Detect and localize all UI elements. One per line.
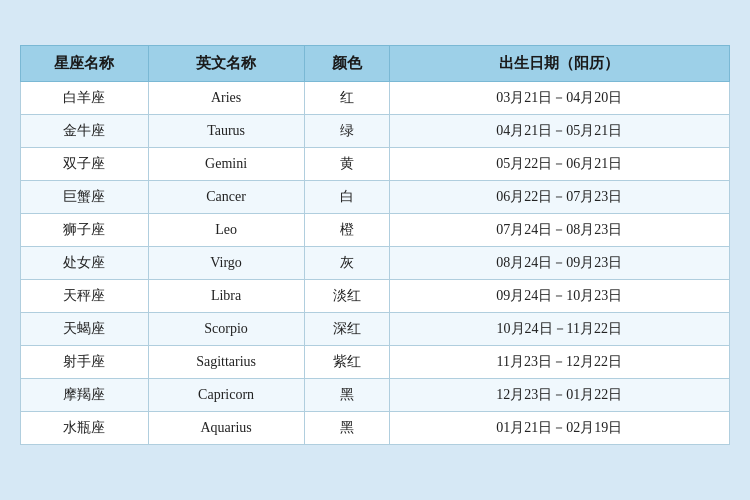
cell-english-name: Libra [148, 280, 304, 313]
cell-color: 黄 [304, 148, 389, 181]
table-row: 白羊座Aries红03月21日－04月20日 [21, 82, 730, 115]
cell-color: 紫红 [304, 346, 389, 379]
cell-date: 07月24日－08月23日 [389, 214, 729, 247]
cell-english-name: Aries [148, 82, 304, 115]
table-row: 天蝎座Scorpio深红10月24日－11月22日 [21, 313, 730, 346]
cell-chinese-name: 双子座 [21, 148, 149, 181]
cell-date: 09月24日－10月23日 [389, 280, 729, 313]
header-english-name: 英文名称 [148, 46, 304, 82]
cell-english-name: Virgo [148, 247, 304, 280]
cell-english-name: Aquarius [148, 412, 304, 445]
cell-date: 04月21日－05月21日 [389, 115, 729, 148]
cell-date: 05月22日－06月21日 [389, 148, 729, 181]
cell-color: 红 [304, 82, 389, 115]
header-date: 出生日期（阳历） [389, 46, 729, 82]
cell-date: 12月23日－01月22日 [389, 379, 729, 412]
header-color: 颜色 [304, 46, 389, 82]
cell-english-name: Capricorn [148, 379, 304, 412]
cell-english-name: Cancer [148, 181, 304, 214]
cell-color: 白 [304, 181, 389, 214]
cell-chinese-name: 水瓶座 [21, 412, 149, 445]
cell-date: 11月23日－12月22日 [389, 346, 729, 379]
table-row: 天秤座Libra淡红09月24日－10月23日 [21, 280, 730, 313]
cell-date: 08月24日－09月23日 [389, 247, 729, 280]
cell-chinese-name: 巨蟹座 [21, 181, 149, 214]
cell-chinese-name: 射手座 [21, 346, 149, 379]
cell-color: 绿 [304, 115, 389, 148]
table-row: 处女座Virgo灰08月24日－09月23日 [21, 247, 730, 280]
cell-date: 10月24日－11月22日 [389, 313, 729, 346]
table-row: 摩羯座Capricorn黑12月23日－01月22日 [21, 379, 730, 412]
cell-english-name: Leo [148, 214, 304, 247]
cell-date: 03月21日－04月20日 [389, 82, 729, 115]
table-row: 狮子座Leo橙07月24日－08月23日 [21, 214, 730, 247]
cell-date: 06月22日－07月23日 [389, 181, 729, 214]
table-header-row: 星座名称 英文名称 颜色 出生日期（阳历） [21, 46, 730, 82]
cell-color: 深红 [304, 313, 389, 346]
cell-color: 黑 [304, 379, 389, 412]
cell-english-name: Taurus [148, 115, 304, 148]
cell-color: 黑 [304, 412, 389, 445]
header-chinese-name: 星座名称 [21, 46, 149, 82]
cell-chinese-name: 天蝎座 [21, 313, 149, 346]
cell-chinese-name: 狮子座 [21, 214, 149, 247]
table-row: 金牛座Taurus绿04月21日－05月21日 [21, 115, 730, 148]
cell-chinese-name: 摩羯座 [21, 379, 149, 412]
cell-english-name: Scorpio [148, 313, 304, 346]
cell-english-name: Gemini [148, 148, 304, 181]
cell-chinese-name: 金牛座 [21, 115, 149, 148]
zodiac-table: 星座名称 英文名称 颜色 出生日期（阳历） 白羊座Aries红03月21日－04… [20, 45, 730, 445]
cell-chinese-name: 白羊座 [21, 82, 149, 115]
cell-chinese-name: 天秤座 [21, 280, 149, 313]
cell-color: 淡红 [304, 280, 389, 313]
table-row: 双子座Gemini黄05月22日－06月21日 [21, 148, 730, 181]
main-container: 星座名称 英文名称 颜色 出生日期（阳历） 白羊座Aries红03月21日－04… [0, 35, 750, 465]
cell-date: 01月21日－02月19日 [389, 412, 729, 445]
table-row: 水瓶座Aquarius黑01月21日－02月19日 [21, 412, 730, 445]
cell-english-name: Sagittarius [148, 346, 304, 379]
cell-chinese-name: 处女座 [21, 247, 149, 280]
cell-color: 灰 [304, 247, 389, 280]
table-row: 射手座Sagittarius紫红11月23日－12月22日 [21, 346, 730, 379]
table-row: 巨蟹座Cancer白06月22日－07月23日 [21, 181, 730, 214]
cell-color: 橙 [304, 214, 389, 247]
